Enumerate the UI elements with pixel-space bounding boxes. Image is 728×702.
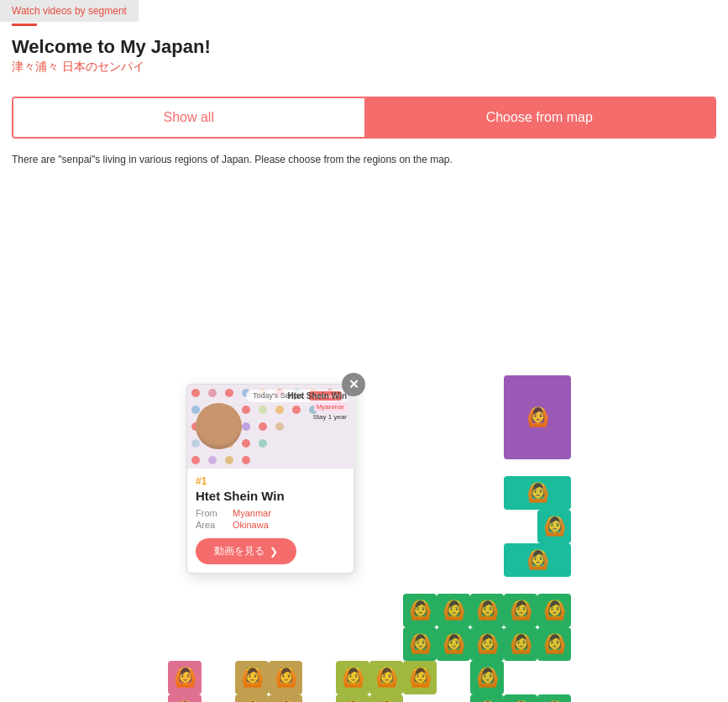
svg-point-14 — [242, 406, 250, 414]
map-block-kanto-4[interactable]: 🙆 — [504, 594, 537, 627]
from-row: From Myanmar — [196, 508, 345, 518]
top-bar-link: Watch videos by segment — [12, 5, 127, 17]
map-block-chubu-5[interactable]: 🙆 — [369, 694, 403, 702]
top-bar[interactable]: Watch videos by segment — [0, 0, 139, 22]
map-block-kansai-2[interactable]: 🙆 — [470, 694, 504, 702]
map-block-kanto-8[interactable]: 🙆 — [470, 627, 504, 661]
svg-point-2 — [208, 389, 217, 397]
svg-point-24 — [275, 422, 284, 431]
arrow-icon: ❯ — [270, 546, 278, 558]
person-icon: 🙆 — [437, 627, 470, 661]
person-icon: 🙆 — [537, 510, 571, 543]
person-icon: 🙆 — [470, 694, 504, 702]
tab-container: Show all Choose from map — [12, 97, 716, 139]
person-icon: 🙆 — [336, 694, 369, 702]
person-icon: 🙆 — [369, 661, 403, 694]
heart-icon[interactable]: ♡ — [333, 391, 345, 407]
area-value[interactable]: Okinawa — [233, 520, 269, 530]
person-icon: 🙆 — [336, 661, 369, 694]
person-icon: 🙆 — [470, 594, 504, 627]
card-stay-small: Stay 1 year — [288, 413, 347, 421]
page-title: Welcome to My Japan! — [12, 36, 716, 58]
person-icon: 🙆 — [504, 476, 571, 510]
person-icon: 🙆 — [235, 694, 269, 702]
from-label: From — [196, 508, 226, 518]
person-icon: 🙆 — [403, 627, 437, 661]
map-block-chugoku-1[interactable]: 🙆 — [235, 661, 269, 694]
map-block-kanto-2[interactable]: 🙆 — [437, 594, 470, 627]
person-icon: 🙆 — [504, 543, 571, 577]
map-block-chugoku-2[interactable]: 🙆 — [269, 661, 302, 694]
map-block-okinawa-kanto-1[interactable]: 🙆 — [504, 694, 537, 702]
map-block-kanto-10[interactable]: 🙆 — [537, 627, 571, 661]
person-icon: 🙆 — [235, 661, 269, 694]
map-block-tohoku-s[interactable]: 🙆 — [504, 543, 571, 577]
svg-point-23 — [259, 422, 267, 431]
svg-point-3 — [225, 389, 233, 397]
svg-point-32 — [225, 456, 233, 464]
person-icon: 🙆 — [168, 694, 202, 702]
close-button[interactable]: ✕ — [342, 373, 365, 396]
person-icon: 🙆 — [168, 661, 202, 694]
map-block-kansai-1[interactable]: 🙆 — [470, 661, 504, 694]
header: Welcome to My Japan! 津々浦々 日本のセンパイ — [0, 28, 728, 81]
svg-point-29 — [259, 439, 267, 448]
person-icon: 🙆 — [537, 594, 571, 627]
person-icon: 🙆 — [403, 661, 437, 694]
person-icon: 🙆 — [504, 594, 537, 627]
person-icon: 🙆 — [403, 594, 437, 627]
svg-point-15 — [259, 406, 267, 414]
map-block-shikoku-1[interactable]: 🙆 — [168, 661, 202, 694]
map-block-chugoku-3[interactable]: 🙆 — [269, 694, 302, 702]
tab-show-all[interactable]: Show all — [13, 98, 364, 137]
svg-point-33 — [242, 456, 250, 464]
map-block-kanto-3[interactable]: 🙆 — [470, 594, 504, 627]
card-image: Today's Senpai Okinawa Htet Shein Win My… — [187, 385, 354, 469]
card-rank: #1 — [196, 475, 345, 487]
map-area: ✕ — [0, 174, 728, 694]
person-icon: 🙆 — [437, 594, 470, 627]
svg-point-22 — [242, 422, 250, 431]
map-block-okinawa-kanto-2[interactable]: 🙆 — [537, 694, 571, 702]
popup-card: ✕ — [186, 384, 354, 574]
map-block-chugoku-4[interactable]: 🙆 — [235, 694, 269, 702]
person-icon: 🙆 — [504, 627, 537, 661]
person-icon: 🙆 — [537, 694, 571, 702]
map-block-kanto-5[interactable]: 🙆 — [537, 594, 571, 627]
area-label: Area — [196, 520, 226, 530]
svg-point-31 — [208, 456, 217, 464]
map-block-chubu-1[interactable]: 🙆 — [336, 661, 369, 694]
person-icon: 🙆 — [269, 694, 302, 702]
map-block-chubu-2[interactable]: 🙆 — [369, 661, 403, 694]
svg-point-25 — [191, 439, 200, 448]
person-icon: 🙆 — [504, 694, 537, 702]
map-block-tohoku-n[interactable]: 🙆 — [504, 476, 571, 510]
map-block-kanto-9[interactable]: 🙆 — [504, 627, 537, 661]
person-icon: 🙆 — [470, 661, 504, 694]
page-subtitle: 津々浦々 日本のセンパイ — [12, 60, 716, 75]
area-row: Area Okinawa — [196, 520, 345, 530]
map-block-shikoku-2[interactable]: 🙆 — [168, 694, 202, 702]
person-icon: 🙆 — [537, 627, 571, 661]
person-icon: 🙆 — [369, 694, 403, 702]
svg-point-28 — [242, 439, 250, 448]
map-block-chubu-4[interactable]: 🙆 — [336, 694, 369, 702]
watch-button[interactable]: 動画を見る ❯ — [196, 538, 296, 564]
svg-point-1 — [191, 389, 200, 397]
card-person-name: Htet Shein Win — [196, 489, 345, 503]
avatar — [196, 403, 242, 449]
map-block-chubu-3[interactable]: 🙆 — [403, 661, 437, 694]
red-underline — [12, 24, 37, 26]
map-block-tohoku-m[interactable]: 🙆 — [537, 510, 571, 543]
map-block-kanto-7[interactable]: 🙆 — [437, 627, 470, 661]
info-text: There are "senpai"s living in various re… — [12, 154, 716, 165]
tab-choose-map[interactable]: Choose from map — [364, 98, 715, 137]
person-icon: 🙆 — [470, 627, 504, 661]
avatar-face — [196, 403, 242, 449]
map-block-hokkaido[interactable]: 🙆 — [504, 375, 571, 459]
map-block-kanto-1[interactable]: 🙆 — [403, 594, 437, 627]
card-body: ♡ #1 Htet Shein Win From Myanmar Area Ok… — [187, 469, 354, 573]
map-block-kanto-6[interactable]: 🙆 — [403, 627, 437, 661]
from-value[interactable]: Myanmar — [233, 508, 271, 518]
person-icon: 🙆 — [504, 375, 571, 459]
